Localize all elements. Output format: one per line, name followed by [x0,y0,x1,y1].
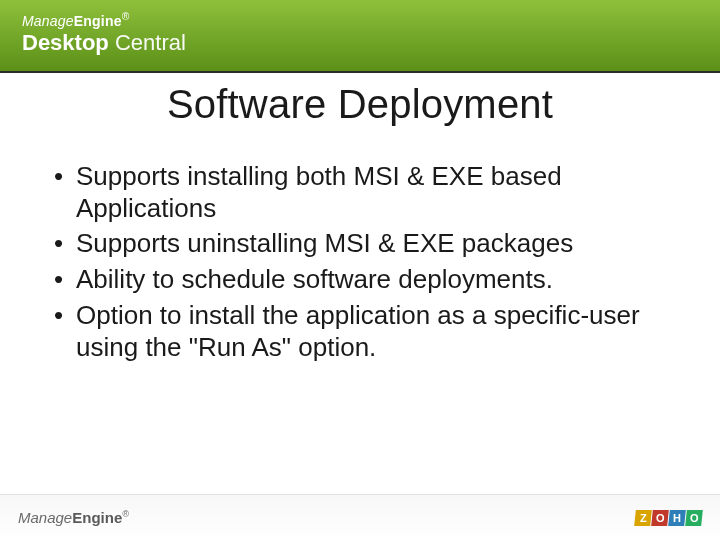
zoho-tile-o2: O [685,510,703,526]
product-name: Desktop Central [22,32,186,54]
list-item: Ability to schedule software deployments… [48,264,672,296]
footer-registered-icon: ® [122,509,129,519]
zoho-tile-h: H [668,510,686,526]
zoho-letter: O [656,512,665,524]
brand-registered-icon: ® [122,11,130,22]
zoho-letter: Z [640,512,647,524]
zoho-letter: H [673,512,681,524]
brand-part-engine: Engine [74,13,122,29]
zoho-tile-o1: O [651,510,669,526]
bullet-text: Supports installing both MSI & EXE based… [76,161,562,223]
slide-body: Supports installing both MSI & EXE based… [48,161,672,363]
footer-brand-manage: Manage [18,509,72,526]
product-part-central: Central [109,30,186,55]
zoho-letter: O [690,512,699,524]
brand-part-manage: Manage [22,13,74,29]
list-item: Supports uninstalling MSI & EXE packages [48,228,672,260]
zoho-logo: Z O H O [635,510,702,526]
product-part-desktop: Desktop [22,30,109,55]
footer-brand: ManageEngine® [18,509,129,526]
bullet-text: Option to install the application as a s… [76,300,640,362]
slide-title: Software Deployment [0,82,720,127]
bullet-text: Ability to schedule software deployments… [76,264,553,294]
bullet-list: Supports installing both MSI & EXE based… [48,161,672,363]
brand-manageengine: ManageEngine® [22,12,186,28]
bullet-text: Supports uninstalling MSI & EXE packages [76,228,573,258]
header-brand: ManageEngine® Desktop Central [22,12,186,54]
zoho-tile-z: Z [634,510,652,526]
header-banner: ManageEngine® Desktop Central [0,0,720,72]
list-item: Supports installing both MSI & EXE based… [48,161,672,224]
list-item: Option to install the application as a s… [48,300,672,363]
footer: ManageEngine® Z O H O [0,494,720,540]
slide: ManageEngine® Desktop Central Software D… [0,0,720,540]
footer-brand-engine: Engine [72,509,122,526]
